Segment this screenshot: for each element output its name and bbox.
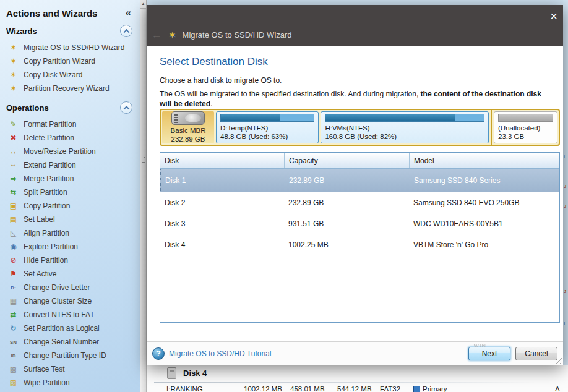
- sidebar-item-change-serial-number[interactable]: SNChange Serial Number: [0, 335, 140, 349]
- splitter-grip[interactable]: [142, 155, 145, 163]
- diskmap-block-d-temp-ntfs[interactable]: D:Temp(NTFS)48.8 GB (Used: 63%): [216, 111, 319, 143]
- sidebar-item-migrate-os-to-ssd-hd-wizard[interactable]: ✶Migrate OS to SSD/HD Wizard: [0, 41, 140, 54]
- sidebar-item-change-cluster-size[interactable]: ▦Change Cluster Size: [0, 294, 140, 308]
- main-window-right-sliver: t J J J L: [563, 0, 568, 365]
- sidebar-item-label: Migrate OS to SSD/HD Wizard: [24, 43, 124, 52]
- sidebar-item-label: Copy Partition: [24, 202, 70, 210]
- sidebar-item-align-partition[interactable]: ◺Align Partition: [0, 226, 140, 240]
- cell-disk: Disk 3: [160, 219, 284, 228]
- sidebar-item-merge-partition[interactable]: ⇒Merge Partition: [0, 172, 140, 185]
- sidebar-item-set-partition-as-logical[interactable]: ↻Set Partition as Logical: [0, 322, 140, 335]
- drive-letter-icon: D:: [8, 285, 19, 291]
- page-title: Select Destination Disk: [160, 56, 268, 68]
- wizard-icon: ✶: [8, 43, 19, 52]
- sidebar-item-convert-ntfs-to-fat[interactable]: ⇄Convert NTFS to FAT: [0, 308, 140, 322]
- column-header-disk[interactable]: Disk: [160, 153, 284, 168]
- sidebar-item-change-drive-letter[interactable]: D:Change Drive Letter: [0, 281, 140, 294]
- sidebar-item-format-partition[interactable]: ✎Format Partition: [0, 117, 140, 131]
- collapse-panel-icon[interactable]: «: [126, 7, 131, 19]
- chevron-up-icon[interactable]: [120, 101, 132, 114]
- wizard-icon: ✶: [8, 84, 19, 93]
- table-row-disk-2[interactable]: Disk 2232.89 GBSamsung SSD 840 EVO 250GB: [160, 192, 559, 213]
- wipe-icon: ▨: [8, 378, 19, 387]
- cancel-button[interactable]: Cancel: [515, 347, 557, 360]
- sidebar-item-wipe-partition[interactable]: ▨Wipe Partition: [0, 376, 140, 390]
- cluster-size-icon: ▦: [8, 297, 19, 305]
- main-window-disk-list: Disk 4 I:RANKING1002.12 MB458.01 MB544.1…: [147, 365, 568, 392]
- diskmap-block-unallocated[interactable]: (Unallocated)23.3 GB: [494, 111, 557, 143]
- wizard-icon: ✶: [8, 70, 19, 79]
- sidebar-item-move-resize-partition[interactable]: ↔Move/Resize Partition: [0, 145, 140, 158]
- partition-label: (Unallocated): [498, 124, 553, 132]
- sidebar-item-label: Change Cluster Size: [24, 297, 92, 305]
- sidebar-item-explore-partition[interactable]: ◉Explore Partition: [0, 240, 140, 254]
- usage-bar: [325, 114, 484, 122]
- cell-disk: Disk 2: [160, 198, 284, 207]
- tutorial-link[interactable]: Migrate OS to SSD/HD Tutorial: [169, 349, 271, 358]
- scroll-up-icon[interactable]: ▲: [140, 0, 146, 9]
- sidebar-item-label: Convert NTFS to FAT: [24, 310, 94, 319]
- bg-cell-partition: I:RANKING: [166, 385, 203, 392]
- warning-text: The OS will be migrated to the specified…: [160, 89, 554, 109]
- cell-model: WDC WD10EARS-00Y5B1: [409, 219, 559, 228]
- sidebar-item-change-partition-type-id[interactable]: IDChange Partition Type ID: [0, 349, 140, 362]
- usb-drive-icon: [167, 367, 176, 379]
- sidebar-item-delete-partition[interactable]: ✖Delete Partition: [0, 131, 140, 145]
- back-icon[interactable]: ←: [152, 30, 162, 40]
- sidebar-item-partition-recovery-wizard[interactable]: ✶Partition Recovery Wizard: [0, 82, 140, 95]
- bg-cell-used: 458.01 MB: [290, 385, 325, 392]
- table-row-disk-4[interactable]: Disk 41002.25 MBVBTM Store 'n' Go Pro: [160, 234, 559, 255]
- unallocated-bar: [498, 114, 553, 122]
- sidebar-item-copy-disk-wizard[interactable]: ✶Copy Disk Wizard: [0, 68, 140, 82]
- convert-fat-icon: ⇄: [8, 310, 19, 319]
- table-row-disk-1[interactable]: Disk 1232.89 GBSamsung SSD 840 Series: [160, 169, 559, 192]
- diskmap-block-h-vms-ntfs[interactable]: H:VMs(NTFS)160.8 GB (Used: 82%): [321, 111, 489, 143]
- sidebar-item-copy-partition[interactable]: ▣Copy Partition: [0, 199, 140, 213]
- wizards-section: Wizards ✶Migrate OS to SSD/HD Wizard✶Cop…: [0, 25, 140, 95]
- main-window-top-strip: [147, 0, 568, 5]
- move-resize-icon: ↔: [8, 147, 19, 156]
- cell-capacity: 1002.25 MB: [284, 241, 409, 249]
- hide-icon: ⊘: [8, 256, 19, 265]
- close-icon[interactable]: ×: [550, 10, 557, 22]
- sidebar-item-label: Set Label: [24, 215, 55, 224]
- sidebar-item-show-partition-properties[interactable]: ▤Show Partition Properties: [0, 390, 140, 392]
- column-header-model[interactable]: Model: [409, 153, 559, 168]
- sidebar-item-label: Surface Test: [24, 365, 64, 373]
- help-icon[interactable]: ?: [152, 347, 165, 360]
- sidebar-item-label: Move/Resize Partition: [24, 147, 96, 156]
- sidebar-item-surface-test[interactable]: ▩Surface Test: [0, 362, 140, 376]
- partition-label: D:Temp(NTFS): [220, 124, 314, 132]
- panel-splitter[interactable]: ▲: [140, 0, 147, 392]
- extend-icon: ⇔: [8, 161, 19, 169]
- cell-model: Samsung SSD 840 Series: [410, 176, 559, 185]
- dialog-footer: ? Migrate OS to SSD/HD Tutorial WIN Next…: [147, 341, 563, 365]
- sidebar-item-label: Change Partition Type ID: [24, 351, 106, 360]
- disk-summary-cell[interactable]: Basic MBR 232.89 GB: [162, 111, 214, 143]
- sidebar-item-copy-partition-wizard[interactable]: ✶Copy Partition Wizard: [0, 54, 140, 68]
- dialog-titlebar[interactable]: × ← ✶ Migrate OS to SSD/HD Wizard: [147, 5, 563, 46]
- sidebar-item-hide-partition[interactable]: ⊘Hide Partition: [0, 254, 140, 267]
- logical-icon: ↻: [8, 324, 19, 333]
- sidebar-item-split-partition[interactable]: ⇆Split Partition: [0, 185, 140, 199]
- sidebar-item-label: Hide Partition: [24, 256, 68, 265]
- sidebar-item-label: Merge Partition: [24, 174, 74, 183]
- sidebar-item-set-label[interactable]: ▤Set Label: [0, 213, 140, 226]
- merge-icon: ⇒: [8, 174, 19, 183]
- bg-cell-file-system: FAT32: [380, 385, 400, 392]
- sidebar-item-label: Explore Partition: [24, 242, 78, 251]
- watermark: WIN: [474, 343, 487, 349]
- primary-type-swatch: [413, 386, 420, 392]
- serial-icon: SN: [8, 339, 19, 345]
- panel-title: Actions and Wizards: [6, 8, 97, 19]
- sidebar-item-extend-partition[interactable]: ⇔Extend Partition: [0, 158, 140, 172]
- set-label-icon: ▤: [8, 215, 19, 224]
- table-row-disk-3[interactable]: Disk 3931.51 GBWDC WD10EARS-00Y5B1: [160, 213, 559, 234]
- bg-cell-type: Primary: [423, 385, 447, 392]
- background-partition-row[interactable]: I:RANKING1002.12 MB458.01 MB544.12 MBFAT…: [147, 385, 568, 392]
- sidebar-item-label: Partition Recovery Wizard: [24, 84, 110, 93]
- usage-bar-fill: [325, 114, 455, 121]
- column-header-capacity[interactable]: Capacity: [284, 153, 409, 168]
- sidebar-item-set-active[interactable]: ⚑Set Active: [0, 267, 140, 281]
- chevron-up-icon[interactable]: [120, 25, 132, 37]
